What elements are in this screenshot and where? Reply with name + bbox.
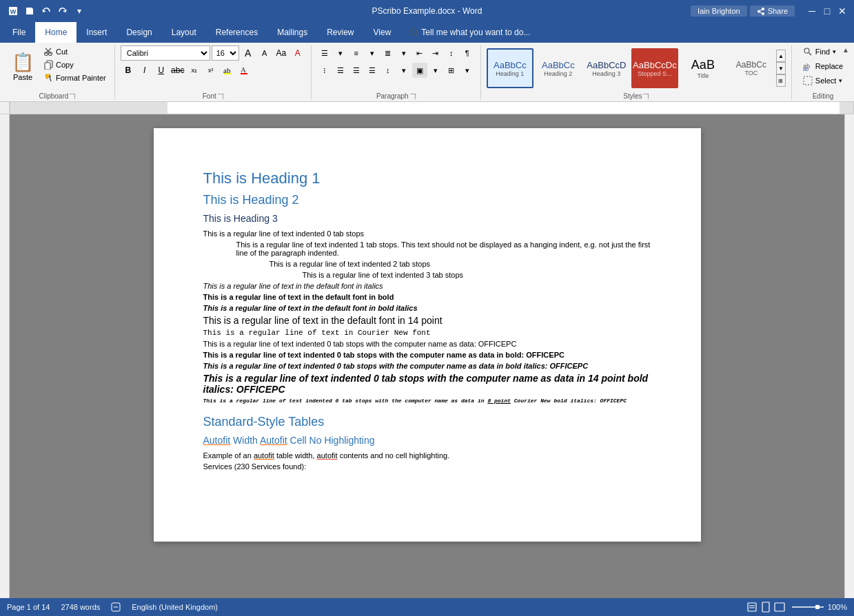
styles-scroll-up[interactable]: ▲ xyxy=(776,50,786,62)
close-btn[interactable]: ✕ xyxy=(836,5,848,17)
style-heading1[interactable]: AaBbCc Heading 1 xyxy=(487,48,533,88)
style-toc[interactable]: AaBbCc TOC xyxy=(728,48,775,88)
multilevel-dropdown-btn[interactable]: ▾ xyxy=(396,45,411,61)
styles-scroll-down[interactable]: ▼ xyxy=(776,62,786,74)
show-formatting-btn[interactable]: ¶ xyxy=(460,45,475,61)
clear-format-btn[interactable]: A xyxy=(290,45,305,61)
restore-btn[interactable]: □ xyxy=(821,5,833,17)
font-label[interactable]: Font xyxy=(203,92,223,100)
tab-references[interactable]: References xyxy=(206,22,267,43)
shading-btn[interactable]: ▣ xyxy=(412,63,427,78)
bullets-btn[interactable]: ☰ xyxy=(317,45,332,61)
text-highlight-btn[interactable]: ab xyxy=(220,63,235,78)
bullets-dropdown-btn[interactable]: ▾ xyxy=(333,45,348,61)
ruler-left-margin xyxy=(0,102,10,114)
format-painter-button[interactable]: Format Painter xyxy=(41,72,109,84)
paste-button[interactable]: 📋 Paste xyxy=(6,45,40,87)
tab-mailings[interactable]: Mailings xyxy=(267,22,317,43)
ribbon-collapse-btn[interactable]: ▲ xyxy=(840,44,851,55)
window-title: PScribo Example.docx - Word xyxy=(372,6,482,16)
cut-button[interactable]: Cut xyxy=(41,45,109,58)
copy-button[interactable]: Copy xyxy=(41,59,109,71)
align-left-btn[interactable]: ⫶ xyxy=(317,63,332,78)
multilevel-btn[interactable]: ≣ xyxy=(380,45,396,61)
share-btn[interactable]: Share xyxy=(750,6,795,17)
change-case-btn[interactable]: Aa xyxy=(274,45,289,61)
borders-btn[interactable]: ⊞ xyxy=(444,63,459,78)
bold-btn[interactable]: B xyxy=(121,63,136,78)
font-color-btn[interactable]: A xyxy=(236,63,252,78)
italic-btn[interactable]: I xyxy=(137,63,152,78)
style-toc-preview: AaBbCc xyxy=(736,60,766,70)
select-button[interactable]: Select ▾ xyxy=(799,74,847,87)
undo-quick-btn[interactable] xyxy=(39,3,54,19)
font-increase-btn[interactable]: A xyxy=(241,45,256,61)
shading-dropdown-btn[interactable]: ▾ xyxy=(428,63,443,78)
style-heading3-label: Heading 3 xyxy=(592,70,620,77)
justify-btn[interactable]: ☰ xyxy=(365,63,380,78)
ruler[interactable] xyxy=(10,102,854,114)
clipboard-label[interactable]: Clipboard xyxy=(39,92,75,100)
borders-dropdown-btn[interactable]: ▾ xyxy=(460,63,475,78)
ruler-gray-right xyxy=(840,102,853,114)
tab-view[interactable]: View xyxy=(364,22,401,43)
paragraph-label[interactable]: Paragraph xyxy=(376,92,416,100)
svg-text:ab: ab xyxy=(803,67,809,71)
paragraph-bold: This is a regular line of text in the de… xyxy=(203,293,651,301)
minimize-btn[interactable]: ─ xyxy=(806,5,818,17)
tab-design[interactable]: Design xyxy=(116,22,161,43)
tab-tellme[interactable]: Tell me what you want to do... xyxy=(400,22,540,43)
svg-rect-19 xyxy=(804,76,812,85)
style-stopped[interactable]: AaBbCcDc Stopped S... xyxy=(631,48,678,88)
style-heading2-label: Heading 2 xyxy=(544,70,572,77)
zoom-value[interactable]: 100% xyxy=(828,603,847,611)
align-right-btn[interactable]: ☰ xyxy=(349,63,364,78)
font-size-select[interactable]: 16 xyxy=(212,45,239,61)
document-area[interactable]: This is Heading 1 This is Heading 2 This… xyxy=(10,114,844,598)
numbering-btn[interactable]: ≡ xyxy=(349,45,364,61)
style-heading2[interactable]: AaBbCc Heading 2 xyxy=(535,48,582,88)
line-spacing-dropdown-btn[interactable]: ▾ xyxy=(396,63,411,78)
language[interactable]: English (United Kingdom) xyxy=(132,603,218,611)
superscript-btn[interactable]: x² xyxy=(203,63,218,78)
decrease-indent-btn[interactable]: ⇤ xyxy=(412,45,427,61)
underline-btn[interactable]: U xyxy=(154,63,169,78)
styles-group: AaBbCc Heading 1 AaBbCc Heading 2 AaBbCc… xyxy=(481,45,792,100)
clipboard-group: 📋 Paste Cut Copy Format Painter Clipb xyxy=(0,45,115,100)
align-center-btn[interactable]: ☰ xyxy=(333,63,348,78)
ruler-gray-left xyxy=(10,102,167,114)
sort-btn[interactable]: ↕ xyxy=(444,45,459,61)
autofit-word1: Autofit xyxy=(203,435,231,446)
tab-insert[interactable]: Insert xyxy=(77,22,116,43)
user-name[interactable]: Iain Brighton xyxy=(691,6,747,17)
styles-expand[interactable]: ⊞ xyxy=(776,74,786,87)
heading1-text: This is Heading 1 xyxy=(203,170,651,187)
style-title[interactable]: AaB Title xyxy=(680,48,726,88)
tab-home[interactable]: Home xyxy=(35,22,77,43)
style-toc-label: TOC xyxy=(744,70,758,76)
save-quick-btn[interactable] xyxy=(22,3,37,19)
tab-file[interactable]: File xyxy=(3,22,35,43)
strikethrough-btn[interactable]: abc xyxy=(170,63,185,78)
tab-layout[interactable]: Layout xyxy=(162,22,206,43)
print-layout-icon[interactable] xyxy=(760,602,771,613)
ribbon-tabs: File Home Insert Design Layout Reference… xyxy=(0,22,854,43)
style-heading3[interactable]: AaBbCcD Heading 3 xyxy=(583,48,630,88)
line-spacing-btn[interactable]: ↕ xyxy=(380,63,396,78)
font-decrease-btn[interactable]: A xyxy=(257,45,272,61)
zoom-slider[interactable] xyxy=(791,604,825,610)
numbering-dropdown-btn[interactable]: ▾ xyxy=(365,45,380,61)
redo-quick-btn[interactable] xyxy=(55,3,70,19)
tab-review[interactable]: Review xyxy=(317,22,363,43)
autofit-inline2: autofit xyxy=(317,451,338,460)
autofit-section: Autofit Width Autofit Cell No Highlighti… xyxy=(203,435,651,471)
customize-quick-btn[interactable]: ▾ xyxy=(72,3,87,19)
increase-indent-btn[interactable]: ⇥ xyxy=(428,45,443,61)
font-name-select[interactable]: Calibri xyxy=(121,45,210,61)
read-mode-icon[interactable] xyxy=(746,602,758,613)
web-layout-icon[interactable] xyxy=(774,602,785,613)
replace-button[interactable]: abab Replace xyxy=(799,60,847,72)
styles-label[interactable]: Styles xyxy=(623,92,649,100)
paragraph-data-14pt: This is a regular line of text indented … xyxy=(203,373,651,395)
subscript-btn[interactable]: x₂ xyxy=(187,63,202,78)
